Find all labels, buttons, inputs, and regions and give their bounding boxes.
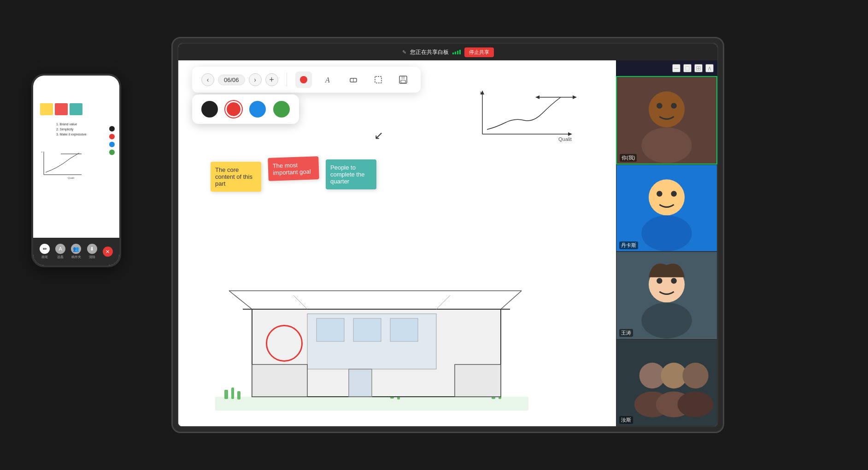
phone-download-tool[interactable]: ⬇ 清除 bbox=[87, 244, 97, 259]
graph-area: × Qualit bbox=[478, 88, 579, 150]
svg-point-46 bbox=[641, 215, 692, 251]
phone-color-palette bbox=[109, 126, 115, 155]
select-tool-button[interactable] bbox=[370, 71, 387, 88]
phone-pen-icon: ✏ bbox=[40, 244, 50, 254]
participant-tile-3[interactable]: 王涛 bbox=[616, 252, 717, 339]
svg-point-54 bbox=[671, 278, 677, 284]
phone-sticky-3 bbox=[70, 103, 82, 115]
svg-point-0 bbox=[300, 76, 307, 83]
sidebar-controls: ─ □ ⊞ ∧ bbox=[616, 60, 717, 76]
phone-download-icon: ⬇ bbox=[87, 244, 97, 254]
phone-text-tool[interactable]: A 选题 bbox=[55, 244, 65, 259]
stop-sharing-button[interactable]: 停止共享 bbox=[464, 47, 494, 57]
phone-frame: 1. Brand value 2. Simplicity 3. Make it … bbox=[31, 74, 121, 267]
svg-rect-20 bbox=[237, 391, 240, 400]
svg-rect-4 bbox=[375, 76, 381, 83]
next-page-button[interactable]: › bbox=[249, 73, 262, 86]
svg-rect-28 bbox=[252, 364, 307, 397]
phone-color-green[interactable] bbox=[109, 149, 115, 155]
eraser-tool-button[interactable] bbox=[345, 71, 362, 88]
color-green[interactable] bbox=[273, 101, 290, 118]
sticky-note-2-text: The most important goal bbox=[273, 162, 311, 176]
phone-sticky-1 bbox=[40, 103, 53, 115]
svg-rect-35 bbox=[317, 318, 344, 341]
svg-point-52 bbox=[641, 302, 692, 338]
sticky-note-2[interactable]: The most important goal bbox=[268, 156, 319, 181]
laptop-frame: ✎ 您正在共享白板 停止共享 ‹ 06/06 › bbox=[171, 37, 724, 433]
next-icon: › bbox=[254, 76, 256, 83]
phone-folder-tool[interactable]: 👥 稿件夹 bbox=[71, 244, 81, 259]
grid-button[interactable]: ⊞ bbox=[694, 64, 703, 72]
phone-list-item-1: 1. Brand value bbox=[56, 122, 87, 127]
sticky-note-1[interactable]: The core content of this part bbox=[211, 162, 261, 192]
phone-screen: 1. Brand value 2. Simplicity 3. Make it … bbox=[33, 76, 119, 265]
phone-canvas: 1. Brand value 2. Simplicity 3. Make it … bbox=[33, 76, 119, 238]
minimize-button[interactable]: ─ bbox=[672, 64, 680, 72]
tile-button[interactable]: □ bbox=[683, 64, 692, 72]
phone-close-icon: ✕ bbox=[103, 247, 113, 257]
select-icon bbox=[373, 75, 383, 85]
phone-pen-label: 画笔 bbox=[41, 255, 48, 259]
participant-1-name: 你(我) bbox=[620, 154, 637, 162]
participant-tile-2[interactable]: 丹卡斯 bbox=[616, 164, 717, 252]
phone-color-black[interactable] bbox=[109, 126, 115, 131]
participant-face-3 bbox=[616, 252, 717, 339]
laptop-screen: ✎ 您正在共享白板 停止共享 ‹ 06/06 › bbox=[177, 43, 718, 427]
save-tool-button[interactable] bbox=[395, 71, 411, 88]
phone-color-red[interactable] bbox=[109, 134, 115, 139]
svg-point-61 bbox=[677, 391, 713, 417]
signal-icon bbox=[452, 50, 461, 54]
eraser-icon bbox=[348, 75, 358, 85]
svg-line-34 bbox=[436, 295, 450, 309]
save-icon bbox=[398, 75, 408, 85]
phone-list-item-2: 2. Simplicity bbox=[56, 127, 87, 132]
phone-folder-label: 稿件夹 bbox=[71, 255, 81, 259]
svg-text:×: × bbox=[480, 90, 483, 96]
svg-rect-38 bbox=[349, 369, 372, 397]
color-picker bbox=[192, 94, 299, 124]
svg-marker-13 bbox=[573, 95, 577, 99]
phone-text-label: 选题 bbox=[57, 255, 64, 259]
svg-point-48 bbox=[671, 191, 677, 197]
pen-tool-button[interactable] bbox=[295, 71, 312, 88]
svg-rect-37 bbox=[390, 318, 418, 341]
svg-text:×: × bbox=[41, 151, 43, 153]
participant-4-name: 汝斯 bbox=[619, 416, 633, 424]
svg-rect-36 bbox=[353, 318, 381, 341]
phone-sticky-notes bbox=[40, 103, 82, 115]
prev-icon: ‹ bbox=[207, 76, 209, 83]
add-page-button[interactable]: + bbox=[265, 73, 278, 86]
phone-folder-icon: 👥 bbox=[71, 244, 81, 254]
status-bar: ✎ 您正在共享白板 停止共享 bbox=[178, 44, 717, 60]
svg-line-31 bbox=[501, 291, 522, 309]
collapse-button[interactable]: ∧ bbox=[705, 64, 714, 72]
toolbar: ‹ 06/06 › + A bbox=[192, 67, 421, 93]
phone-pen-tool[interactable]: ✏ 画笔 bbox=[40, 244, 50, 259]
text-tool-button[interactable]: A bbox=[320, 71, 337, 88]
svg-rect-6 bbox=[401, 76, 405, 79]
svg-marker-14 bbox=[535, 95, 540, 99]
svg-rect-29 bbox=[455, 364, 501, 397]
participant-tile-1[interactable]: 你(我) bbox=[616, 76, 717, 164]
svg-point-53 bbox=[657, 278, 663, 284]
svg-line-33 bbox=[293, 295, 307, 309]
building-sketch bbox=[215, 272, 602, 412]
svg-point-41 bbox=[641, 127, 692, 163]
svg-point-43 bbox=[671, 103, 677, 109]
phone-close-tool[interactable]: ✕ bbox=[103, 247, 113, 257]
participant-face-1 bbox=[617, 77, 716, 164]
color-red[interactable] bbox=[225, 101, 242, 118]
sticky-note-3[interactable]: People to complete the quarter bbox=[326, 159, 376, 189]
prev-page-button[interactable]: ‹ bbox=[201, 73, 214, 86]
svg-text:Qualit: Qualit bbox=[558, 136, 572, 142]
pen-icon bbox=[299, 75, 309, 85]
svg-point-40 bbox=[649, 91, 685, 127]
page-indicator: 06/06 bbox=[218, 75, 245, 85]
phone-color-blue[interactable] bbox=[109, 141, 115, 147]
graph-svg: × Qualit bbox=[478, 88, 579, 148]
svg-text:A: A bbox=[325, 76, 330, 84]
participant-tile-4[interactable]: 汝斯 bbox=[616, 339, 717, 427]
sidebar: ─ □ ⊞ ∧ 你(我) bbox=[616, 60, 717, 426]
color-black[interactable] bbox=[201, 101, 218, 118]
color-blue[interactable] bbox=[249, 101, 266, 118]
